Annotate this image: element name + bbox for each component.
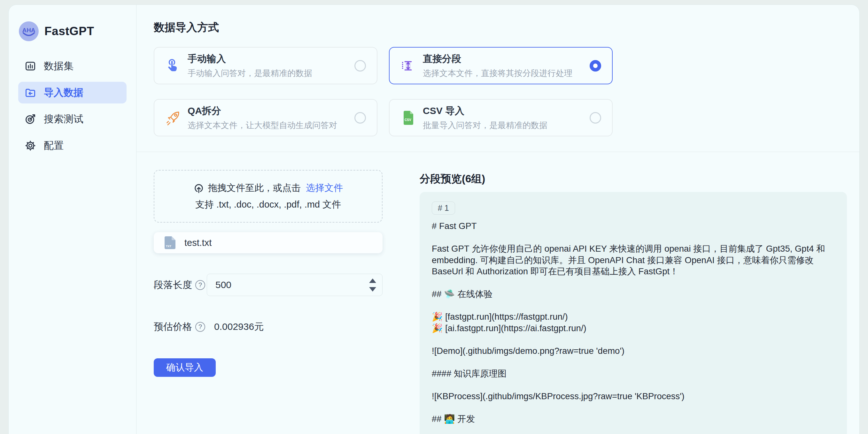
chunk-index-badge: # 1 — [432, 201, 455, 214]
txt-file-icon: TXT — [164, 236, 176, 250]
segment-cursor-icon — [400, 58, 416, 73]
method-radio-unselected[interactable] — [354, 112, 366, 124]
sidebar-item-label: 导入数据 — [44, 86, 84, 99]
workspace: 拖拽文件至此，或点击 选择文件 支持 .txt, .doc, .docx, .p… — [154, 152, 847, 434]
sidebar-item-search-test[interactable]: 搜索测试 — [18, 108, 127, 130]
page-title: 数据导入方式 — [154, 20, 847, 35]
upload-column: 拖拽文件至此，或点击 选择文件 支持 .txt, .doc, .docx, .p… — [154, 170, 382, 434]
method-title: QA拆分 — [188, 104, 337, 118]
number-stepper — [369, 274, 376, 296]
sidebar-item-label: 数据集 — [44, 59, 73, 73]
import-method-cards: 手动输入 手动输入问答对，是最精准的数据 — [154, 47, 847, 136]
estimated-price-help-icon[interactable]: ? — [195, 322, 205, 332]
stepper-up-button[interactable] — [369, 278, 376, 283]
app-title: FastGPT — [44, 25, 94, 38]
method-title: CSV 导入 — [423, 104, 548, 118]
chunk-length-input-wrap — [207, 274, 382, 296]
method-card-csv-import[interactable]: CSV CSV 导入 批量导入问答对，是最精准的数据 — [389, 99, 613, 136]
estimated-price-value: 0.002936元 — [214, 320, 264, 333]
segment-preview-panel: 分段预览(6组) # 1 # Fast GPT Fast GPT 允许你使用自己… — [420, 170, 847, 434]
method-title: 手动输入 — [188, 53, 312, 65]
method-card-texts: CSV 导入 批量导入问答对，是最精准的数据 — [423, 104, 548, 131]
chunk-length-help-icon[interactable]: ? — [195, 280, 205, 290]
confirm-import-button[interactable]: 确认导入 — [154, 358, 216, 377]
file-dropzone[interactable]: 拖拽文件至此，或点击 选择文件 支持 .txt, .doc, .docx, .p… — [154, 170, 382, 223]
method-card-direct-segment[interactable]: 直接分段 选择文本文件，直接将其按分段进行处理 — [389, 47, 613, 84]
method-radio-unselected[interactable] — [354, 60, 366, 71]
method-desc: 批量导入问答对，是最精准的数据 — [423, 120, 548, 131]
method-radio-selected[interactable] — [590, 60, 601, 71]
sidebar-item-dataset[interactable]: 数据集 — [18, 55, 127, 77]
csv-file-icon: CSV — [400, 110, 416, 126]
method-desc: 选择文本文件，直接将其按分段进行处理 — [423, 68, 572, 79]
method-card-texts: 手动输入 手动输入问答对，是最精准的数据 — [188, 53, 312, 79]
estimated-price-row: 预估价格 ? 0.002936元 — [154, 320, 382, 333]
method-desc: 选择文本文件，让大模型自动生成问答对 — [188, 120, 337, 131]
app-logo: AHA FastGPT — [18, 22, 127, 41]
rocket-icon — [165, 110, 181, 126]
settings-icon — [25, 140, 36, 152]
segment-preview-card: # 1 # Fast GPT Fast GPT 允许你使用自己的 openai … — [420, 192, 847, 434]
uploaded-file-name: test.txt — [184, 238, 212, 248]
txt-icon-label: TXT — [166, 245, 172, 248]
method-title: 直接分段 — [423, 53, 572, 65]
method-card-qa-split[interactable]: QA拆分 选择文本文件，让大模型自动生成问答对 — [154, 99, 377, 136]
chunk-text: # Fast GPT Fast GPT 允许你使用自己的 openai API … — [432, 220, 835, 425]
csv-icon-label: CSV — [405, 118, 411, 122]
import-data-icon — [25, 87, 36, 98]
stepper-down-button[interactable] — [369, 287, 376, 292]
method-radio-unselected[interactable] — [590, 112, 601, 124]
sidebar-item-label: 配置 — [44, 139, 64, 152]
sidebar-item-import-data[interactable]: 导入数据 — [18, 82, 127, 103]
sidebar: AHA FastGPT 数据集 导入数据 — [9, 5, 136, 434]
app-window: AHA FastGPT 数据集 导入数据 — [8, 4, 860, 434]
dropzone-text: 拖拽文件至此，或点击 — [208, 182, 301, 195]
chunk-length-row: 段落长度 ? — [154, 274, 382, 296]
method-card-manual-input[interactable]: 手动输入 手动输入问答对，是最精准的数据 — [154, 47, 377, 84]
search-test-icon — [25, 113, 36, 125]
chunk-length-input[interactable] — [207, 274, 382, 296]
dropzone-support-text: 支持 .txt, .doc, .docx, .pdf, .md 文件 — [195, 198, 341, 211]
upload-icon — [193, 183, 204, 194]
main-content: 数据导入方式 手动输入 手动输入问答对，是最精准的数据 — [136, 5, 860, 434]
sidebar-item-label: 搜索测试 — [44, 112, 84, 126]
dataset-icon — [25, 60, 36, 72]
method-desc: 手动输入问答对，是最精准的数据 — [188, 68, 312, 79]
uploaded-file-item[interactable]: TXT test.txt — [154, 232, 382, 253]
chunk-length-label: 段落长度 — [154, 278, 192, 292]
logo-glyph: AHA — [22, 27, 35, 34]
fastgpt-logo-icon: AHA — [19, 22, 39, 41]
sidebar-item-settings[interactable]: 配置 — [18, 135, 127, 157]
dropzone-line1: 拖拽文件至此，或点击 选择文件 — [193, 182, 343, 195]
estimated-price-label: 预估价格 — [154, 320, 192, 333]
method-card-texts: QA拆分 选择文本文件，让大模型自动生成问答对 — [188, 104, 337, 131]
hand-click-icon — [165, 58, 181, 73]
choose-file-link[interactable]: 选择文件 — [306, 182, 343, 195]
sidebar-nav: 数据集 导入数据 搜索测试 — [18, 55, 127, 157]
method-card-texts: 直接分段 选择文本文件，直接将其按分段进行处理 — [423, 53, 572, 79]
segment-preview-title: 分段预览(6组) — [420, 172, 847, 186]
